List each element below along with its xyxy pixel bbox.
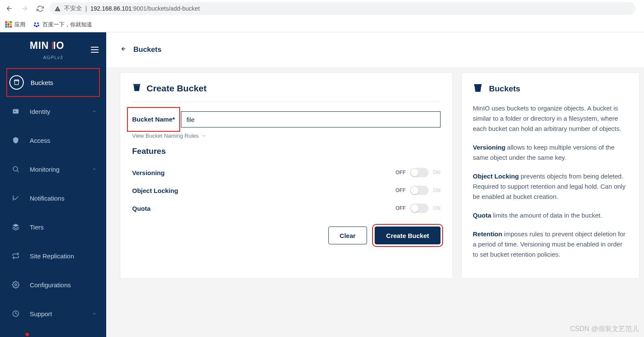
toggle-off-label: OFF (395, 205, 406, 211)
info-p3: Object Locking prevents objects from bei… (473, 171, 628, 202)
browser-reload-button[interactable] (34, 3, 46, 14)
sidebar-item-label: Notifications (30, 195, 65, 202)
sidebar-item-support[interactable]: Support (0, 299, 106, 328)
sidebar-item-monitoring[interactable]: Monitoring (0, 155, 106, 184)
svg-rect-13 (133, 84, 141, 85)
sidebar-item-label: Access (30, 137, 50, 144)
insecure-icon (54, 6, 61, 12)
url-path: :9001/buckets/add-bucket (132, 5, 200, 12)
feature-label: Quota (132, 205, 150, 212)
monitoring-icon (8, 162, 23, 176)
chevron-up-icon (92, 166, 97, 173)
svg-point-1 (37, 22, 39, 24)
bucket-icon (473, 83, 483, 95)
watermark: CSDN @假装文艺范儿 (570, 325, 639, 334)
insecure-label: 不安全 (64, 5, 82, 12)
svg-rect-8 (13, 109, 19, 114)
info-p2: Versioning allows to keep multiple versi… (473, 142, 628, 163)
bucket-icon (132, 83, 141, 94)
svg-text:MIN: MIN (30, 41, 49, 51)
chevron-up-icon (92, 108, 97, 115)
create-bucket-button[interactable]: Create Bucket (375, 227, 441, 244)
toggle-off-label: OFF (395, 187, 406, 193)
browser-back-button[interactable] (3, 3, 15, 14)
support-icon (8, 306, 23, 321)
svg-point-10 (13, 167, 18, 171)
page-title: Buckets (133, 45, 161, 54)
sidebar-item-label: Site Replication (30, 252, 74, 260)
versioning-toggle[interactable] (410, 168, 429, 177)
toggle-on-label: ON (433, 187, 441, 193)
info-p1: MinIO uses buckets to organize objects. … (473, 103, 628, 134)
baidu-icon (33, 21, 40, 28)
bucket-name-label: Bucket Name* (132, 116, 175, 123)
hamburger-icon[interactable] (91, 47, 99, 53)
info-p5: Retention imposes rules to prevent objec… (473, 229, 628, 260)
svg-point-2 (34, 25, 35, 26)
features-title: Features (132, 147, 441, 156)
bookmark-baidu[interactable]: 百度一下，你就知道 (33, 21, 92, 28)
replication-icon (8, 249, 23, 263)
logo: MINIO AGPLv3 (0, 32, 106, 68)
sidebar-item-notifications[interactable]: Notifications (0, 184, 106, 212)
status-dot (25, 333, 29, 336)
sidebar-item-tiers[interactable]: Tiers (0, 212, 106, 241)
sidebar-item-label: Tiers (30, 224, 44, 231)
sidebar-item-label: Configurations (30, 281, 71, 289)
clear-button[interactable]: Clear (328, 227, 367, 244)
object-locking-toggle[interactable] (410, 186, 429, 195)
chevron-up-icon (92, 310, 97, 317)
bucket-name-input[interactable] (181, 111, 441, 127)
sidebar-item-access[interactable]: Access (0, 126, 106, 155)
view-naming-rules-link[interactable]: View Bucket Naming Rules (132, 133, 441, 139)
notifications-icon (8, 191, 23, 205)
gear-icon (8, 278, 23, 292)
back-button[interactable] (120, 46, 127, 54)
toggle-on-label: ON (433, 170, 441, 176)
logo-subtitle: AGPLv3 (43, 55, 63, 60)
feature-label: Object Locking (132, 187, 178, 194)
address-bar[interactable]: 不安全 | 192.168.86.101:9001/buckets/add-bu… (49, 2, 636, 15)
sidebar: MINIO AGPLv3 Buckets Identity Access (0, 32, 106, 337)
form-title: Create Bucket (147, 83, 206, 93)
browser-toolbar: 不安全 | 192.168.86.101:9001/buckets/add-bu… (0, 0, 644, 17)
svg-point-3 (38, 25, 40, 26)
svg-point-4 (35, 25, 37, 27)
sidebar-item-label: Buckets (31, 79, 53, 86)
svg-rect-14 (474, 84, 482, 85)
info-p4: Quota limits the amount of data in the b… (473, 210, 628, 221)
svg-rect-7 (52, 42, 53, 49)
sidebar-item-label: Identity (30, 108, 50, 115)
identity-icon (8, 104, 23, 119)
svg-point-11 (15, 284, 17, 286)
bookmarks-bar: 应用 百度一下，你就知道 (0, 17, 644, 32)
feature-quota: Quota OFF ON (132, 199, 441, 217)
toggle-off-label: OFF (395, 170, 406, 176)
sidebar-item-buckets[interactable]: Buckets (6, 68, 100, 97)
feature-object-locking: Object Locking OFF ON (132, 181, 441, 199)
info-title: Buckets (489, 84, 520, 93)
create-bucket-form: Create Bucket Bucket Name* View Bucket N… (120, 72, 453, 279)
url-host: 192.168.86.101 (90, 5, 132, 12)
sidebar-item-label: Support (30, 310, 52, 317)
chevron-down-icon (201, 133, 206, 138)
svg-point-0 (34, 22, 36, 24)
bookmark-apps[interactable]: 应用 (5, 21, 25, 28)
sidebar-item-site-replication[interactable]: Site Replication (0, 241, 106, 270)
logo-text: MINIO (30, 41, 76, 54)
main-content: Buckets Create Bucket Bucket Name* (106, 32, 644, 337)
bucket-name-label-highlight: Bucket Name* (127, 107, 180, 132)
feature-label: Versioning (132, 169, 165, 176)
toggle-on-label: ON (433, 205, 441, 211)
browser-forward-button[interactable] (19, 3, 31, 14)
quota-toggle[interactable] (410, 204, 429, 213)
sidebar-item-identity[interactable]: Identity (0, 97, 106, 126)
tiers-icon (8, 220, 23, 234)
access-icon (8, 133, 23, 147)
apps-icon (5, 21, 12, 28)
page-header: Buckets (106, 32, 644, 67)
sidebar-item-configurations[interactable]: Configurations (0, 270, 106, 299)
sidebar-item-label: Monitoring (30, 166, 59, 173)
svg-point-9 (14, 111, 15, 112)
info-panel: Buckets MinIO uses buckets to organize o… (461, 72, 640, 279)
